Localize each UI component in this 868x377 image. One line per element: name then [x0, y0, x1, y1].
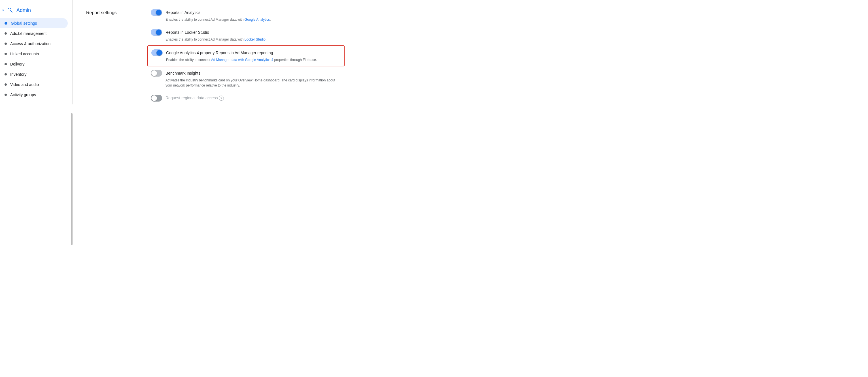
toggle-track — [151, 9, 162, 16]
toggle-thumb — [151, 70, 157, 76]
toggle-track — [151, 70, 162, 77]
sidebar-item-label: Linked accounts — [10, 52, 39, 56]
nav-dot-icon — [4, 53, 7, 55]
toggle-track — [151, 49, 163, 56]
toggle-ga4-reports[interactable] — [151, 49, 163, 56]
setting-name: Reports in Analytics — [165, 10, 200, 15]
sidebar-item-linked-accounts[interactable]: Linked accounts — [0, 49, 68, 59]
sidebar-item-label: Access & authorization — [10, 41, 51, 46]
help-icon[interactable]: ? — [219, 95, 224, 101]
sidebar-item-label: Global settings — [11, 21, 37, 26]
setting-item-ga4-reports: Google Analytics 4 property Reports in A… — [147, 46, 345, 66]
nav-dot-icon — [4, 94, 7, 96]
sidebar-item-access-authorization[interactable]: Access & authorization — [0, 38, 68, 49]
sidebar-item-ads-txt[interactable]: Ads.txt management — [0, 28, 68, 38]
setting-name: Benchmark Insights — [165, 71, 200, 76]
setting-row: Benchmark Insights — [151, 70, 341, 77]
setting-link-reports-looker[interactable]: Looker Studio — [245, 37, 266, 41]
sidebar-item-activity-groups[interactable]: Activity groups — [0, 90, 68, 100]
sidebar-item-delivery[interactable]: Delivery — [0, 59, 68, 69]
nav-dot-icon — [4, 83, 7, 86]
toggle-thumb — [156, 29, 161, 35]
toggle-thumb — [151, 95, 157, 101]
chevron-down-icon: ▾ — [2, 8, 4, 12]
toggle-regional-data[interactable] — [151, 95, 162, 102]
toggle-track — [151, 95, 162, 102]
toggle-reports-looker[interactable] — [151, 29, 162, 36]
setting-name: Google Analytics 4 property Reports in A… — [166, 51, 273, 55]
toggle-reports-analytics[interactable] — [151, 9, 162, 16]
setting-description: Enables the ability to connect Ad Manage… — [151, 17, 341, 22]
setting-description: Activates the Industry benchmarks card o… — [151, 78, 341, 88]
setting-description: Enables the ability to connect Ad Manage… — [151, 57, 341, 62]
setting-item-reports-analytics: Reports in AnalyticsEnables the ability … — [151, 9, 341, 22]
nav-dot-icon — [4, 42, 7, 45]
sidebar: ▾ Admin Global settingsAds.txt managemen… — [0, 0, 72, 377]
setting-row: Reports in Analytics — [151, 9, 341, 16]
setting-item-regional-data: Request regional data access? — [151, 95, 341, 102]
toggle-thumb — [156, 50, 162, 56]
setting-row: Google Analytics 4 property Reports in A… — [151, 49, 341, 56]
nav-dot-icon — [4, 22, 7, 25]
setting-item-benchmark-insights: Benchmark InsightsActivates the Industry… — [151, 70, 341, 88]
section-title: Report settings — [86, 9, 137, 102]
report-settings-section: Report settings Reports in AnalyticsEnab… — [86, 9, 341, 102]
sidebar-item-label: Inventory — [10, 72, 27, 77]
sidebar-item-label: Delivery — [10, 62, 25, 66]
nav-dot-icon — [4, 63, 7, 65]
sidebar-item-inventory[interactable]: Inventory — [0, 69, 68, 80]
sidebar-item-label: Activity groups — [10, 92, 36, 97]
toggle-thumb — [156, 10, 161, 15]
toggle-benchmark-insights[interactable] — [151, 70, 162, 77]
wrench-search-icon — [7, 7, 13, 13]
setting-link-reports-analytics[interactable]: Google Analytics — [245, 18, 270, 22]
sidebar-item-label: Ads.txt management — [10, 31, 46, 36]
sidebar-nav: ▾ Admin Global settingsAds.txt managemen… — [0, 0, 72, 105]
sidebar-item-label: Video and audio — [10, 82, 39, 87]
admin-label: Admin — [17, 7, 31, 13]
setting-name: Request regional data access? — [165, 95, 224, 101]
setting-name: Reports in Looker Studio — [165, 30, 209, 35]
setting-item-reports-looker: Reports in Looker StudioEnables the abil… — [151, 29, 341, 42]
settings-items: Reports in AnalyticsEnables the ability … — [151, 9, 341, 102]
setting-link-ga4-reports[interactable]: Ad Manager data with Google Analytics 4 — [211, 58, 273, 62]
sidebar-item-video-audio[interactable]: Video and audio — [0, 80, 68, 90]
sidebar-items: Global settingsAds.txt managementAccess … — [0, 18, 72, 100]
toggle-track — [151, 29, 162, 36]
setting-row: Request regional data access? — [151, 95, 341, 102]
nav-dot-icon — [4, 32, 7, 35]
nav-dot-icon — [4, 73, 7, 76]
setting-description: Enables the ability to connect Ad Manage… — [151, 37, 341, 42]
main-content: Report settings Reports in AnalyticsEnab… — [72, 0, 868, 377]
setting-row: Reports in Looker Studio — [151, 29, 341, 36]
admin-header[interactable]: ▾ Admin — [0, 4, 72, 18]
sidebar-item-global-settings[interactable]: Global settings — [0, 18, 68, 28]
